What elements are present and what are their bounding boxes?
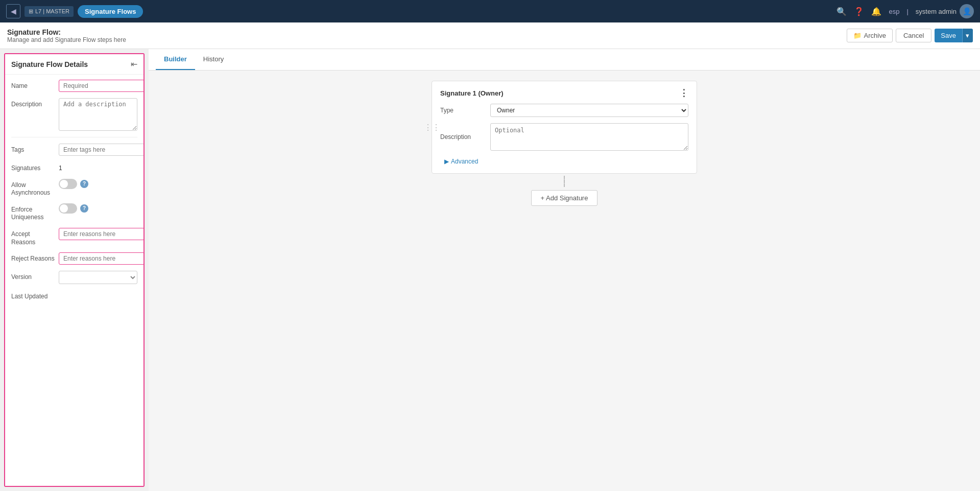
avatar: 👤 bbox=[960, 4, 974, 18]
nav-right: 🔍 ❓ 🔔 esp | system admin 👤 bbox=[836, 4, 974, 18]
type-select[interactable]: Owner User Group bbox=[490, 104, 688, 117]
allow-async-row: Allow Asynchronous ? bbox=[11, 179, 137, 197]
enforce-uniqueness-row: Enforce Uniqueness ? bbox=[11, 203, 137, 222]
signatures-row: Signatures 1 bbox=[11, 162, 137, 173]
description-input[interactable] bbox=[59, 98, 137, 131]
archive-button[interactable]: 📁 Archive bbox=[847, 29, 893, 42]
enforce-uniqueness-label: Enforce Uniqueness bbox=[11, 203, 55, 222]
signature-type-row: Type Owner User Group bbox=[440, 104, 688, 117]
app-icon: ⊞ L7 | MASTER bbox=[25, 6, 74, 17]
cancel-button[interactable]: Cancel bbox=[896, 29, 931, 42]
main-content: Builder History ⋮⋮ Signature 1 (Owner) ⋮… bbox=[149, 49, 980, 491]
tags-label: Tags bbox=[11, 144, 55, 154]
type-label: Type bbox=[440, 107, 486, 114]
user-menu[interactable]: system admin 👤 bbox=[916, 4, 974, 18]
description-label-card: Description bbox=[440, 133, 486, 141]
sidebar-header: Signature Flow Details ⇤ bbox=[5, 54, 144, 75]
separator: | bbox=[906, 8, 908, 15]
tabs-bar: Builder History bbox=[149, 49, 980, 71]
signature-description-row: Description bbox=[440, 123, 688, 151]
description-label: Description bbox=[11, 98, 55, 109]
signatures-value: 1 bbox=[59, 162, 137, 172]
save-button[interactable]: Save bbox=[935, 29, 962, 42]
sidebar-title: Signature Flow Details bbox=[11, 60, 88, 68]
enforce-uniqueness-toggle-row: ? bbox=[59, 203, 88, 214]
accept-reasons-row: Accept Reasons bbox=[11, 228, 137, 246]
tab-builder[interactable]: Builder bbox=[156, 49, 195, 70]
sidebar: Signature Flow Details ⇤ Name Descriptio… bbox=[4, 53, 145, 487]
version-row: Version bbox=[11, 271, 137, 284]
enforce-uniqueness-help-icon[interactable]: ? bbox=[80, 204, 88, 213]
sidebar-collapse-button[interactable]: ⇤ bbox=[131, 59, 137, 69]
sidebar-form: Name Description Tags Signatures 1 Al bbox=[5, 75, 144, 312]
lang-label: esp bbox=[889, 8, 899, 15]
bell-icon[interactable]: 🔔 bbox=[871, 7, 881, 16]
allow-async-help-icon[interactable]: ? bbox=[80, 180, 88, 188]
accept-reasons-label: Accept Reasons bbox=[11, 228, 55, 246]
signature-card-menu-button[interactable]: ⋮ bbox=[679, 88, 688, 98]
version-label: Version bbox=[11, 271, 55, 282]
reject-reasons-row: Reject Reasons bbox=[11, 252, 137, 265]
divider bbox=[11, 137, 137, 137]
archive-label: Archive bbox=[864, 32, 886, 39]
name-input[interactable] bbox=[59, 80, 145, 92]
advanced-chevron-icon: ▶ bbox=[444, 158, 449, 165]
allow-async-label: Allow Asynchronous bbox=[11, 179, 55, 197]
signature-card-header: Signature 1 (Owner) ⋮ bbox=[440, 88, 688, 98]
version-select[interactable] bbox=[59, 271, 137, 284]
reject-reasons-label: Reject Reasons bbox=[11, 252, 55, 263]
top-nav: ◀ ⊞ L7 | MASTER Signature Flows 🔍 ❓ 🔔 es… bbox=[0, 0, 980, 22]
user-name: system admin bbox=[916, 8, 957, 15]
tags-row: Tags bbox=[11, 144, 137, 156]
description-row: Description bbox=[11, 98, 137, 131]
page-subtitle: Manage and add Signature Flow steps here bbox=[7, 36, 126, 43]
app-grid-icon: ⊞ bbox=[29, 8, 33, 15]
connector-line bbox=[564, 176, 565, 187]
app-name: L7 | MASTER bbox=[35, 8, 69, 14]
search-icon[interactable]: 🔍 bbox=[836, 7, 847, 16]
reject-reasons-input[interactable] bbox=[59, 252, 145, 265]
subheader-right: 📁 Archive Cancel Save ▾ bbox=[847, 29, 973, 42]
main-layout: Signature Flow Details ⇤ Name Descriptio… bbox=[0, 49, 980, 491]
nav-breadcrumb[interactable]: Signature Flows bbox=[78, 5, 143, 18]
signature-description-input[interactable] bbox=[490, 123, 688, 151]
name-label: Name bbox=[11, 80, 55, 90]
save-group: Save ▾ bbox=[935, 29, 973, 42]
signature-card-title: Signature 1 (Owner) bbox=[440, 89, 504, 97]
name-row: Name bbox=[11, 80, 137, 92]
signature-card: ⋮⋮ Signature 1 (Owner) ⋮ Type Owner User… bbox=[432, 81, 697, 174]
page-title: Signature Flow: bbox=[7, 28, 126, 36]
last-updated-row: Last Updated bbox=[11, 290, 137, 301]
archive-icon: 📁 bbox=[853, 32, 862, 39]
back-button[interactable]: ◀ bbox=[6, 4, 20, 18]
drag-handle[interactable]: ⋮⋮ bbox=[424, 123, 440, 132]
advanced-section: ▶ Advanced bbox=[440, 157, 688, 166]
advanced-toggle-button[interactable]: ▶ Advanced bbox=[444, 157, 478, 166]
subheader-left: Signature Flow: Manage and add Signature… bbox=[7, 28, 126, 43]
signatures-label: Signatures bbox=[11, 162, 55, 173]
allow-async-toggle[interactable] bbox=[59, 179, 77, 189]
add-signature-button[interactable]: + Add Signature bbox=[531, 190, 598, 206]
enforce-uniqueness-toggle[interactable] bbox=[59, 203, 77, 214]
accept-reasons-input[interactable] bbox=[59, 228, 145, 240]
subheader: Signature Flow: Manage and add Signature… bbox=[0, 22, 980, 49]
allow-async-toggle-row: ? bbox=[59, 179, 88, 189]
last-updated-value bbox=[59, 290, 137, 293]
save-dropdown-button[interactable]: ▾ bbox=[962, 29, 973, 42]
help-icon[interactable]: ❓ bbox=[854, 7, 864, 16]
tab-history[interactable]: History bbox=[195, 49, 232, 70]
tags-input[interactable] bbox=[59, 144, 145, 156]
builder-area: ⋮⋮ Signature 1 (Owner) ⋮ Type Owner User… bbox=[149, 71, 980, 216]
advanced-label: Advanced bbox=[451, 158, 478, 165]
last-updated-label: Last Updated bbox=[11, 290, 55, 301]
